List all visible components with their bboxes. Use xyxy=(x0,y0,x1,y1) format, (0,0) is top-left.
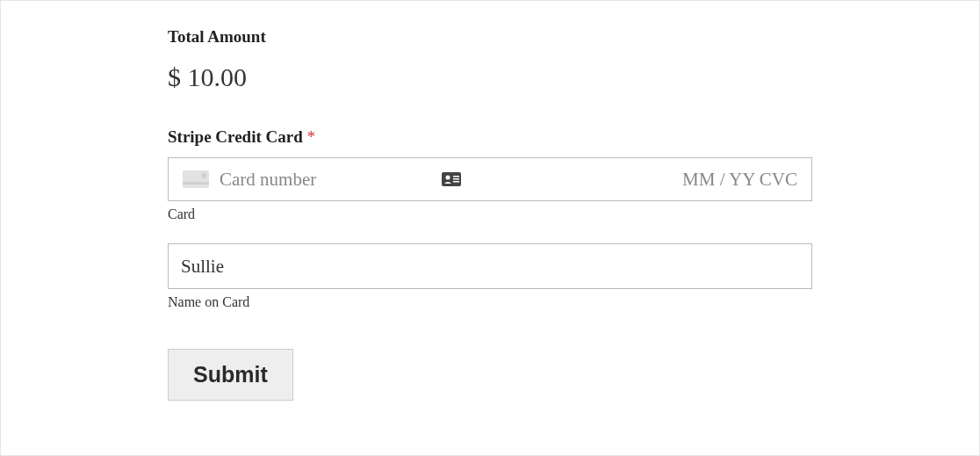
name-on-card-sublabel: Name on Card xyxy=(168,294,812,310)
svg-rect-7 xyxy=(453,181,459,183)
total-amount-value: $ 10.00 xyxy=(168,62,812,92)
stripe-card-label-text: Stripe Credit Card xyxy=(168,127,303,146)
expiry-cvc-placeholder: MM / YY CVC xyxy=(682,169,797,191)
autofill-icon xyxy=(442,172,461,186)
required-indicator: * xyxy=(307,127,316,146)
total-amount-label: Total Amount xyxy=(168,27,812,47)
stripe-card-label: Stripe Credit Card * xyxy=(168,127,812,147)
submit-button[interactable]: Submit xyxy=(168,349,293,401)
svg-rect-1 xyxy=(183,182,209,185)
svg-rect-6 xyxy=(453,178,459,180)
svg-rect-0 xyxy=(183,170,209,188)
name-on-card-input[interactable] xyxy=(168,243,812,289)
card-sublabel: Card xyxy=(168,206,812,222)
svg-point-4 xyxy=(446,176,450,180)
credit-card-icon xyxy=(183,170,209,188)
card-number-input[interactable]: Card number MM / YY CVC xyxy=(168,157,812,201)
card-number-placeholder: Card number xyxy=(220,169,431,191)
svg-point-2 xyxy=(201,173,206,178)
svg-rect-5 xyxy=(453,176,459,177)
